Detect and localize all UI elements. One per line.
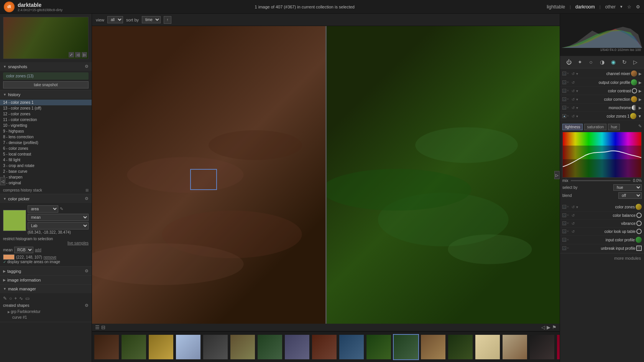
color-contrast-enable[interactable]: □	[562, 89, 566, 93]
color-correction-multi[interactable]: =	[567, 97, 571, 101]
input-color-icon[interactable]	[636, 237, 642, 243]
cp-colorspace-select[interactable]: Lab RGB	[28, 222, 89, 229]
filmstrip-item-12-active[interactable]	[393, 334, 419, 360]
color-zones-enable[interactable]: □	[562, 205, 566, 209]
output-color-enable[interactable]: □	[562, 80, 566, 84]
history-item-3[interactable]: 3 - crop and rotate	[0, 163, 92, 169]
channel-mixer-presets[interactable]: ▾	[576, 72, 580, 75]
color-lut-multi[interactable]: =	[567, 229, 571, 233]
history-item-2[interactable]: 2 - base curve	[0, 169, 92, 174]
sort-direction-button[interactable]: ↑	[164, 16, 171, 24]
filmstrip-item-17[interactable]	[529, 334, 555, 360]
take-snapshot-button[interactable]: take snapshot	[3, 81, 89, 88]
prev-image-icon[interactable]: ◁	[541, 324, 545, 330]
color-correction-enable[interactable]: □	[562, 97, 566, 101]
cp-display-check[interactable]: ✓ display sample areas on image	[3, 260, 89, 264]
input-color-multi[interactable]: =	[567, 238, 571, 242]
vibrance-multi[interactable]: =	[567, 221, 571, 225]
cz-tab-lightness[interactable]: lightness	[562, 124, 583, 130]
color-zones-presets[interactable]: ▾	[576, 205, 580, 209]
filmstrip-item-14[interactable]	[447, 334, 473, 360]
color-circle-icon[interactable]: ◉	[610, 58, 617, 66]
color-zones-1-multi[interactable]: =	[567, 114, 571, 118]
snapshots-header[interactable]: ▼ snapshots ⚙	[0, 62, 92, 71]
correct-icon[interactable]: ✦	[576, 58, 584, 66]
filmstrip-item-15[interactable]	[475, 334, 501, 360]
color-contrast-multi[interactable]: =	[567, 89, 571, 93]
more-modules-button[interactable]: more modules	[560, 253, 644, 263]
output-color-icon[interactable]	[631, 79, 637, 85]
filmstrip-item-2[interactable]	[121, 334, 147, 360]
cz-edit-icon[interactable]: ✎	[638, 124, 642, 130]
nav-darkroom[interactable]: darkroom	[575, 4, 595, 10]
channel-mixer-color-icon[interactable]	[631, 70, 637, 77]
history-item-4[interactable]: 4 - fill light	[0, 157, 92, 163]
filmstrip-item-6[interactable]	[230, 334, 256, 360]
power-icon[interactable]: ⏻	[565, 58, 573, 66]
curve-item[interactable]: curve #1	[3, 314, 89, 320]
color-balance-circle-icon[interactable]	[636, 213, 642, 218]
grp-farbkorrektur-item[interactable]: grp Farbkorrektur	[3, 309, 89, 314]
color-zones-1-icon[interactable]	[630, 113, 636, 119]
blend-select[interactable]: off normal	[618, 192, 642, 199]
collapse-right-panel-button[interactable]: ▷	[554, 171, 560, 179]
play-icon[interactable]: ▶	[547, 324, 550, 330]
cp-area-select[interactable]: area point	[28, 205, 58, 213]
filmstrip-view-icon[interactable]: ⊟	[101, 324, 105, 330]
thumb-expand-btn[interactable]: ⤢	[69, 52, 74, 57]
nav-dropdown-arrow[interactable]: ▾	[620, 4, 623, 9]
filmstrip-item-7[interactable]	[257, 334, 283, 360]
filmstrip-item-11[interactable]	[366, 334, 392, 360]
color-contrast-expand-icon[interactable]: ▶	[639, 89, 642, 93]
channel-mixer-expand-icon[interactable]: ▶	[639, 72, 642, 76]
input-color-enable[interactable]: □	[562, 238, 566, 242]
monochrome-enable[interactable]: □	[562, 106, 566, 110]
filmstrip-item-9[interactable]	[311, 334, 337, 360]
channel-mixer-multi[interactable]: =	[567, 72, 571, 75]
path-shape-icon[interactable]: ∿	[19, 296, 23, 301]
circle-shape-icon[interactable]: ○	[9, 296, 12, 301]
vibrance-circle-icon[interactable]	[636, 221, 642, 226]
output-color-expand-icon[interactable]: ▶	[639, 80, 642, 85]
history-item-13[interactable]: 13 - color zones 1 (off)	[0, 105, 92, 111]
color-correction-reset[interactable]: ↺	[572, 97, 575, 101]
filmstrip-item-16[interactable]	[502, 334, 528, 360]
color-contrast-circle-icon[interactable]	[632, 88, 637, 93]
monochrome-reset[interactable]: ↺	[572, 106, 575, 110]
color-picker-header[interactable]: ▼ color picker ⚙	[0, 194, 92, 203]
history-header[interactable]: ▼ history	[0, 90, 92, 99]
unbreak-multi[interactable]: =	[567, 246, 571, 250]
unbreak-icon[interactable]: !	[636, 246, 642, 251]
sort-select[interactable]: time	[142, 16, 161, 23]
rect-shape-icon[interactable]: ▭	[25, 296, 30, 301]
filmstrip-item-13[interactable]	[420, 334, 446, 360]
filmstrip-item-10[interactable]	[338, 334, 365, 360]
vibrance-enable[interactable]: □	[562, 221, 566, 225]
cz-tab-saturation[interactable]: saturation	[584, 124, 606, 130]
color-balance-multi[interactable]: =	[567, 213, 571, 217]
cp-add-button[interactable]: add	[35, 248, 41, 252]
history-item-7[interactable]: 7 - denoise (profiled)	[0, 140, 92, 146]
color-contrast-reset[interactable]: ↺	[572, 89, 575, 93]
cp-histogram-check[interactable]: restrict histogram to selection	[3, 237, 89, 241]
color-zones-color-icon[interactable]	[636, 204, 642, 210]
mix-slider[interactable]	[571, 180, 631, 181]
half-circle-icon[interactable]: ◑	[598, 58, 606, 66]
tagging-header[interactable]: ▶ tagging ⚙	[0, 267, 92, 275]
color-lut-enable[interactable]: □	[562, 229, 566, 233]
grid-view-icon[interactable]: ☰	[95, 324, 100, 330]
history-item-14[interactable]: 14 - color zones 1	[0, 100, 92, 105]
edit-shape-icon[interactable]: ✎	[3, 296, 7, 301]
nav-gear[interactable]: ⚙	[636, 4, 640, 10]
filmstrip-item-4[interactable]	[175, 334, 201, 360]
color-zones-1-reset[interactable]: ↺	[572, 114, 575, 118]
color-balance-reset[interactable]: ↺	[572, 213, 575, 217]
unbreak-enable[interactable]: □	[562, 246, 566, 250]
monochrome-multi[interactable]: =	[567, 106, 571, 110]
history-item-1[interactable]: 1 - sharpen	[0, 174, 92, 180]
channel-mixer-reset[interactable]: ↺	[572, 72, 575, 75]
filmstrip-item-18[interactable]	[556, 334, 560, 360]
snapshots-gear-icon[interactable]: ⚙	[85, 64, 89, 69]
history-item-12[interactable]: 12 - color zones	[0, 111, 92, 117]
cp-rgb-select[interactable]: RGB	[14, 247, 33, 253]
